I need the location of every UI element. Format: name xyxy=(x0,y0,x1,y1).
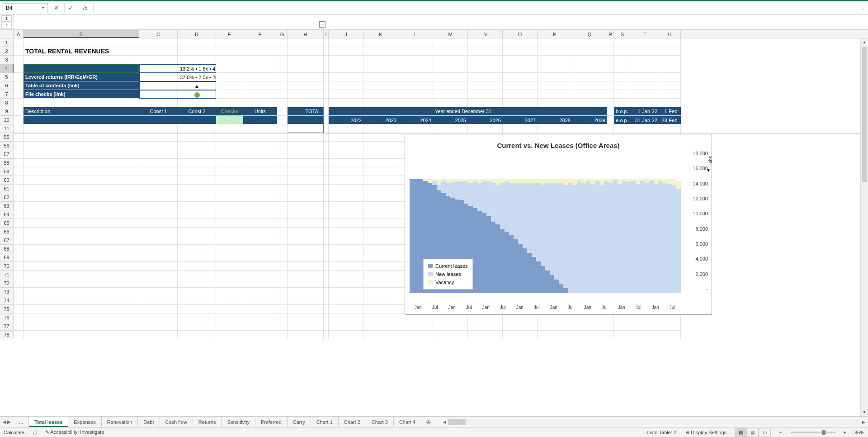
tab-chart-4[interactable]: Chart 4 xyxy=(394,417,421,427)
row-header-69[interactable]: 69 xyxy=(0,253,14,262)
tab-renovation[interactable]: Renovation xyxy=(102,417,138,427)
row-header-71[interactable]: 71 xyxy=(0,271,14,279)
tab-prev-icon[interactable]: ◀ xyxy=(3,419,6,424)
row-header-65[interactable]: 65 xyxy=(0,219,14,228)
row-header-60[interactable]: 60 xyxy=(0,176,14,185)
hscroll-right-icon[interactable]: ▶ xyxy=(862,420,865,424)
horizontal-scrollbar[interactable]: ◀ ▶ xyxy=(440,419,868,425)
row-header-74[interactable]: 74 xyxy=(0,296,14,305)
col-header-L[interactable]: L xyxy=(398,30,433,38)
chart-current-vs-new-leases[interactable]: Current vs. New Leases (Office Areas) sq… xyxy=(405,134,712,315)
enter-button[interactable]: ✓ xyxy=(64,3,77,13)
col-header-T[interactable]: T xyxy=(631,30,659,38)
outline-level-2[interactable]: 2 xyxy=(1,23,12,29)
row-header-73[interactable]: 73 xyxy=(0,288,14,296)
row-header-56[interactable]: 56 xyxy=(0,142,14,150)
hscroll-thumb[interactable] xyxy=(448,419,466,425)
row-header-59[interactable]: 59 xyxy=(0,167,14,176)
row-header-77[interactable]: 77 xyxy=(0,322,14,331)
col-header-J[interactable]: J xyxy=(329,30,363,38)
col-header-P[interactable]: P xyxy=(538,30,572,38)
zoom-in-button[interactable]: + xyxy=(844,430,846,435)
outline-level-buttons[interactable]: 1 2 xyxy=(0,15,14,29)
tab-chart-2[interactable]: Chart 2 xyxy=(339,417,366,427)
row-header-63[interactable]: 63 xyxy=(0,202,14,210)
tab-next-icon[interactable]: ▶ xyxy=(7,419,11,424)
chevron-down-icon[interactable]: ▼ xyxy=(41,6,45,10)
accessibility-button[interactable]: ✎ Accessibility: Investigate xyxy=(45,429,104,435)
tab-[interactable]: ... xyxy=(14,417,29,427)
expand-formula-icon[interactable]: ⌄ xyxy=(858,3,868,13)
row-header-67[interactable]: 67 xyxy=(0,236,14,245)
tab-expenses[interactable]: Expenses xyxy=(68,417,101,427)
view-page-layout-icon[interactable]: ▤ xyxy=(747,428,759,437)
worksheet-grid[interactable]: ABCDEFGHIJKLMNOPQRSTU TOTAL RENTAL REVEN… xyxy=(0,30,868,416)
cancel-button[interactable]: ✕ xyxy=(50,3,62,13)
outline-collapse-button[interactable]: − xyxy=(319,21,326,28)
row-header-8[interactable]: 8 xyxy=(0,99,14,107)
row-header-61[interactable]: 61 xyxy=(0,185,14,193)
row-header-2[interactable]: 2 xyxy=(0,47,14,56)
tab-cash-flow[interactable]: Cash flow xyxy=(160,417,193,427)
col-header-Q[interactable]: Q xyxy=(572,30,607,38)
tab-carry[interactable]: Carry xyxy=(288,417,311,427)
view-buttons[interactable]: ▦ ▤ ▭ xyxy=(735,428,771,437)
row-header-5[interactable]: 5 xyxy=(0,73,14,81)
row-header-58[interactable]: 58 xyxy=(0,159,14,167)
col-header-C[interactable]: C xyxy=(139,30,178,38)
col-header-U[interactable]: U xyxy=(659,30,681,38)
tab-total-leases[interactable]: Total leases xyxy=(29,417,68,427)
formula-input[interactable] xyxy=(93,3,856,13)
col-header-K[interactable]: K xyxy=(363,30,398,38)
row-header-1[interactable]: 1 xyxy=(0,38,14,47)
tab-sensitivity[interactable]: Sensitivity xyxy=(222,417,255,427)
row-header-57[interactable]: 57 xyxy=(0,150,14,159)
tab-nav[interactable]: ◀ ▶ xyxy=(0,419,14,424)
hscroll-left-icon[interactable]: ◀ xyxy=(443,420,446,424)
add-sheet-button[interactable]: ⊕ xyxy=(421,418,436,426)
zoom-handle[interactable] xyxy=(822,430,826,435)
fx-button[interactable]: fx xyxy=(79,3,91,13)
row-header-62[interactable]: 62 xyxy=(0,193,14,202)
col-header-O[interactable]: O xyxy=(503,30,538,38)
row-header-55[interactable]: 55 xyxy=(0,133,14,142)
hscroll-track[interactable] xyxy=(448,419,860,425)
tab-chart-1[interactable]: Chart 1 xyxy=(311,417,339,427)
tab-chart-3[interactable]: Chart 3 xyxy=(366,417,394,427)
row-header-11[interactable]: 11 xyxy=(0,124,14,133)
row-header-78[interactable]: 78 xyxy=(0,331,14,339)
column-headers[interactable]: ABCDEFGHIJKLMNOPQRSTU xyxy=(14,30,868,38)
col-header-A[interactable]: A xyxy=(14,30,24,38)
zoom-level[interactable]: 85% xyxy=(854,430,864,435)
row-header-70[interactable]: 70 xyxy=(0,262,14,271)
col-header-M[interactable]: M xyxy=(433,30,468,38)
scroll-up-icon[interactable]: ▲ xyxy=(861,38,868,46)
view-normal-icon[interactable]: ▦ xyxy=(735,428,747,437)
col-header-H[interactable]: H xyxy=(288,30,324,38)
select-all-corner[interactable] xyxy=(0,30,14,38)
vscroll-thumb[interactable] xyxy=(862,47,867,182)
zoom-slider[interactable] xyxy=(790,432,835,433)
scroll-down-icon[interactable]: ▼ xyxy=(861,408,868,416)
col-header-B[interactable]: B xyxy=(24,30,139,38)
col-header-R[interactable]: R xyxy=(607,30,614,38)
col-header-N[interactable]: N xyxy=(468,30,503,38)
row-headers[interactable]: 1234567891011555657585960616263646566676… xyxy=(0,38,14,339)
view-page-break-icon[interactable]: ▭ xyxy=(759,428,770,437)
tab-returns[interactable]: Returns xyxy=(193,417,222,427)
tab-splitter[interactable] xyxy=(436,417,440,427)
vertical-scrollbar[interactable]: ▲ ▼ xyxy=(860,38,868,416)
row-header-66[interactable]: 66 xyxy=(0,228,14,236)
row-header-3[interactable]: 3 xyxy=(0,56,14,64)
row-header-68[interactable]: 68 xyxy=(0,245,14,253)
name-box[interactable]: B4▼ xyxy=(3,3,48,13)
row-header-9[interactable]: 9 xyxy=(0,107,14,116)
display-settings-button[interactable]: 🖥 Display Settings xyxy=(684,430,726,435)
row-header-64[interactable]: 64 xyxy=(0,210,14,219)
col-header-G[interactable]: G xyxy=(277,30,288,38)
row-header-4[interactable]: 4 xyxy=(0,64,14,73)
col-header-D[interactable]: D xyxy=(178,30,216,38)
col-header-F[interactable]: F xyxy=(243,30,277,38)
status-calculate[interactable]: Calculate xyxy=(4,430,24,435)
tab-preferred[interactable]: Preferred xyxy=(255,417,288,427)
